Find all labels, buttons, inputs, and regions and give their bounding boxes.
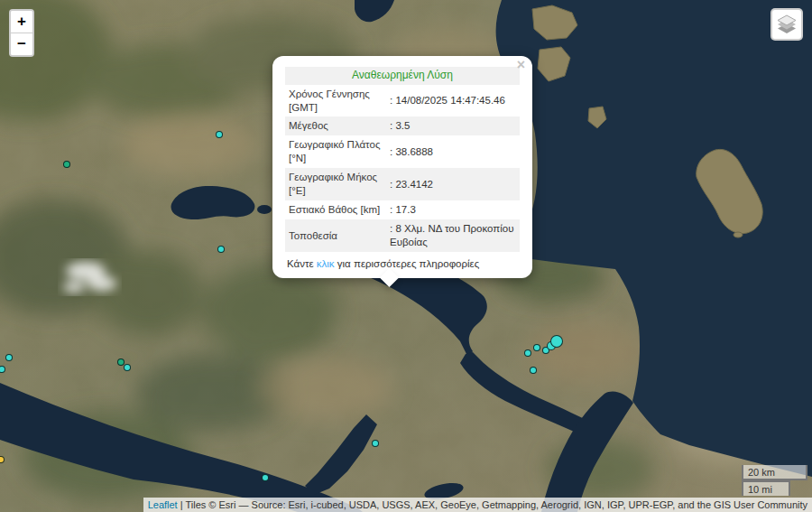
attribution-text: Tiles © Esri — Source: Esri, i-cubed, US… bbox=[185, 499, 807, 510]
scale-control: 20 km 10 mi bbox=[742, 465, 807, 496]
earthquake-marker[interactable] bbox=[216, 131, 223, 138]
popup-close-button[interactable]: × bbox=[517, 59, 525, 71]
popup-row-label: Τοποθεσία bbox=[285, 219, 386, 252]
earthquake-marker[interactable] bbox=[63, 161, 70, 168]
earthquake-marker[interactable] bbox=[530, 367, 537, 374]
zoom-out-button[interactable]: − bbox=[11, 33, 32, 55]
popup-row-value: : 38.6888 bbox=[386, 135, 520, 168]
zoom-in-button[interactable]: + bbox=[11, 11, 32, 33]
popup-row-value: : 8 Χλμ. ΝΔ του Προκοπίου Ευβοίας bbox=[386, 219, 520, 252]
popup-table: Αναθεωρημένη Λύση Χρόνος Γέννησης [GMT] … bbox=[285, 67, 520, 252]
zoom-control: + − bbox=[9, 9, 34, 57]
earthquake-marker[interactable] bbox=[524, 349, 531, 357]
scale-mi: 10 mi bbox=[742, 480, 790, 496]
popup-row-label: Χρόνος Γέννησης [GMT] bbox=[285, 85, 386, 117]
popup-row-label: Μέγεθος bbox=[285, 116, 386, 135]
earthquake-marker[interactable] bbox=[550, 335, 563, 348]
popup-row-value: : 14/08/2025 14:47:45.46 bbox=[386, 85, 520, 117]
popup-row: Γεωγραφικό Μήκος [°E] : 23.4142 bbox=[285, 168, 520, 200]
popup-footer-prefix: Κάντε bbox=[287, 258, 317, 269]
popup-row: Μέγεθος : 3.5 bbox=[285, 116, 520, 135]
scale-km: 20 km bbox=[742, 465, 807, 480]
earthquake-popup: × Αναθεωρημένη Λύση Χρόνος Γέννησης [GMT… bbox=[272, 56, 532, 278]
attribution: Leaflet | Tiles © Esri — Source: Esri, i… bbox=[143, 498, 812, 512]
popup-row: Εστιακό Βάθος [km] : 17.3 bbox=[285, 200, 520, 219]
popup-title: Αναθεωρημένη Λύση bbox=[285, 67, 520, 85]
map-viewport[interactable]: × Αναθεωρημένη Λύση Χρόνος Γέννησης [GMT… bbox=[0, 0, 812, 512]
earthquake-marker[interactable] bbox=[262, 474, 269, 481]
layers-control-button[interactable] bbox=[770, 8, 803, 41]
earthquake-marker[interactable] bbox=[217, 246, 225, 253]
popup-row-value: : 23.4142 bbox=[386, 168, 520, 200]
popup-footer: Κάντε κλικ για περισσότερες πληροφορίες bbox=[285, 258, 520, 269]
popup-footer-suffix: για περισσότερες πληροφορίες bbox=[335, 258, 480, 269]
layers-icon bbox=[775, 13, 798, 36]
more-info-link[interactable]: κλικ bbox=[317, 258, 335, 269]
earthquake-marker[interactable] bbox=[533, 344, 540, 351]
popup-row-label: Εστιακό Βάθος [km] bbox=[285, 200, 386, 219]
popup-title-row: Αναθεωρημένη Λύση bbox=[285, 67, 520, 85]
popup-row-value: : 3.5 bbox=[386, 116, 520, 135]
popup-row-label: Γεωγραφικό Πλάτος [°N] bbox=[285, 135, 386, 168]
earthquake-marker[interactable] bbox=[124, 364, 131, 371]
popup-row: Τοποθεσία : 8 Χλμ. ΝΔ του Προκοπίου Ευβο… bbox=[285, 219, 520, 252]
earthquake-marker[interactable] bbox=[372, 440, 379, 447]
popup-row-label: Γεωγραφικό Μήκος [°E] bbox=[285, 168, 386, 200]
attribution-leaflet-link[interactable]: Leaflet bbox=[148, 499, 178, 510]
popup-row-value: : 17.3 bbox=[386, 200, 520, 219]
popup-row: Χρόνος Γέννησης [GMT] : 14/08/2025 14:47… bbox=[285, 85, 520, 117]
earthquake-marker[interactable] bbox=[5, 354, 13, 361]
popup-row: Γεωγραφικό Πλάτος [°N] : 38.6888 bbox=[285, 135, 520, 168]
